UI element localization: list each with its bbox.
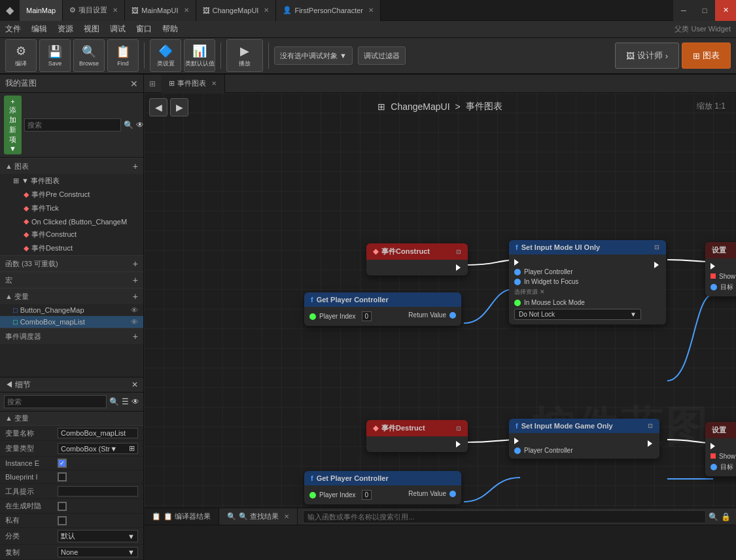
node-options-icon[interactable]: ⊡ bbox=[648, 423, 653, 429]
tab-changemapui[interactable]: 🖼 ChangeMapUI ✕ bbox=[196, 0, 277, 21]
var-combobox-maplist[interactable]: □ ComboBox_mapList 👁 bbox=[0, 316, 143, 328]
player-controller-pin[interactable]: Player Controller bbox=[509, 267, 646, 277]
compiler-results-tab[interactable]: 📋 📋 编译器结果 bbox=[144, 508, 219, 525]
add-event-icon[interactable]: + bbox=[133, 331, 138, 341]
var-button-changemap[interactable]: □ Button_ChangeMap 👁 bbox=[0, 304, 143, 316]
minimize-button[interactable]: ─ bbox=[673, 0, 694, 21]
event-graph-item[interactable]: ⊞ ▼ 事件图表 bbox=[0, 174, 143, 188]
add-graph-icon[interactable]: + bbox=[133, 161, 138, 171]
event-destruct-node[interactable]: ◆ 事件Destruct ⊡ bbox=[366, 420, 468, 452]
target-pin[interactable]: 目标 bbox=[705, 461, 736, 473]
tab-firstperson[interactable]: 👤 FirstPersonCharacter ✕ bbox=[276, 0, 381, 21]
close-icon[interactable]: ✕ bbox=[113, 7, 118, 14]
close-button[interactable]: ✕ bbox=[715, 0, 736, 21]
instance-e-checkbox[interactable] bbox=[58, 459, 67, 468]
debug-dropdown[interactable]: 没有选中调试对象 ▼ bbox=[274, 46, 353, 65]
close-details-icon[interactable]: ✕ bbox=[131, 380, 138, 389]
find-button[interactable]: 📋 Find bbox=[107, 39, 139, 72]
graph-button[interactable]: ⊞ 图表 bbox=[682, 43, 731, 69]
menu-window[interactable]: 窗口 bbox=[136, 24, 152, 35]
tab-project-settings[interactable]: ⚙ 项目设置 ✕ bbox=[63, 0, 125, 21]
close-icon[interactable]: ✕ bbox=[264, 7, 269, 14]
exec-out-pin[interactable] bbox=[646, 260, 666, 270]
output-search-icon[interactable]: 🔍 bbox=[709, 512, 718, 521]
exec-in-pin[interactable] bbox=[509, 258, 646, 267]
set-input-ui-node[interactable]: f Set Input Mode UI Only ⊡ Player Contro… bbox=[509, 240, 666, 324]
class-settings-button[interactable]: 🔷 类设置 bbox=[150, 39, 181, 72]
tree-item-destruct[interactable]: ◆ 事件Destruct bbox=[0, 241, 143, 255]
do-not-lock-dropdown[interactable]: Do Not Lock ▼ bbox=[514, 309, 641, 320]
tab-mainmapui[interactable]: 🖼 MainMapUI ✕ bbox=[125, 0, 196, 21]
save-button[interactable]: 💾 Save bbox=[39, 39, 71, 72]
output-search-input[interactable] bbox=[303, 510, 706, 523]
variable-type-dropdown[interactable]: ComboBox (Str▼ ⊞ bbox=[58, 443, 138, 454]
browse-button[interactable]: 🔍 Browse bbox=[73, 39, 105, 72]
find-results-tab[interactable]: 🔍 🔍 查找结果 ✕ bbox=[219, 508, 298, 525]
tab-event-graph[interactable]: ⊞ 事件图表 ✕ bbox=[161, 75, 225, 93]
add-function-icon[interactable]: + bbox=[133, 258, 138, 269]
get-player-controller-2-node[interactable]: f Get Player Controller Player Index 0 bbox=[304, 471, 461, 504]
add-new-button[interactable]: + 添加新项 ▼ bbox=[4, 96, 22, 154]
add-macro-icon[interactable]: + bbox=[133, 275, 138, 285]
category-dropdown[interactable]: 默认 ▼ bbox=[58, 530, 138, 542]
compile-button[interactable]: ⚙ 编译 bbox=[5, 39, 37, 72]
player-index-pin[interactable]: Player Index 0 bbox=[304, 489, 383, 501]
node-options-icon[interactable]: ⊡ bbox=[456, 249, 461, 255]
class-defaults-button[interactable]: 📊 类默认认值 bbox=[184, 39, 215, 72]
event-scheduler-header[interactable]: 事件调度器 + bbox=[0, 328, 143, 344]
maximize-button[interactable]: □ bbox=[694, 0, 715, 21]
close-tab-icon[interactable]: ✕ bbox=[284, 513, 289, 520]
blueprint-i-checkbox[interactable] bbox=[58, 472, 67, 481]
private-checkbox[interactable] bbox=[58, 516, 67, 525]
breadcrumb-app[interactable]: ChangeMapUI bbox=[391, 101, 449, 112]
index-value[interactable]: 0 bbox=[362, 311, 372, 321]
menu-file[interactable]: 文件 bbox=[5, 24, 21, 35]
tab-mainmap[interactable]: MainMap bbox=[20, 0, 63, 21]
menu-help[interactable]: 帮助 bbox=[162, 24, 178, 35]
widget-focus-pin[interactable]: In Widget to Focus bbox=[509, 277, 646, 287]
graph-forward-button[interactable]: ▶ bbox=[170, 98, 188, 116]
index-value[interactable]: 0 bbox=[362, 490, 372, 500]
target-pin[interactable]: 目标 bbox=[705, 281, 736, 293]
tree-item-onclick[interactable]: ◆ On Clicked (Button_ChangeM bbox=[0, 215, 143, 228]
close-tab-icon[interactable]: ✕ bbox=[211, 80, 217, 87]
play-button[interactable]: ▶ 播放 bbox=[226, 39, 263, 72]
return-value-pin[interactable]: Return Value bbox=[383, 310, 461, 320]
menu-view[interactable]: 视图 bbox=[84, 24, 99, 35]
set-settings-2-node[interactable]: 设置 Show Mouse Cursor bbox=[705, 422, 736, 476]
close-icon[interactable]: ✕ bbox=[184, 7, 189, 14]
tree-item-tick[interactable]: ◆ 事件Tick bbox=[0, 201, 143, 215]
node-options-icon[interactable]: ⊡ bbox=[456, 425, 461, 432]
exec-out-pin[interactable] bbox=[640, 439, 659, 448]
show-mouse-cursor-pin[interactable]: Show Mouse Cursor bbox=[705, 271, 736, 281]
add-variable-icon[interactable]: + bbox=[133, 291, 138, 302]
exec-out-pin[interactable] bbox=[366, 440, 468, 449]
exec-out-pin[interactable] bbox=[366, 263, 468, 272]
player-controller-pin[interactable]: Player Controller bbox=[509, 446, 640, 455]
node-options-icon[interactable]: ⊡ bbox=[654, 244, 659, 251]
variable-name-input[interactable] bbox=[58, 428, 138, 438]
menu-resources[interactable]: 资源 bbox=[58, 24, 73, 35]
exec-in-pin[interactable] bbox=[705, 262, 736, 271]
player-index-pin[interactable]: Player Index 0 bbox=[304, 310, 383, 323]
set-input-game-node[interactable]: f Set Input Mode Game Only ⊡ Player Cont… bbox=[509, 419, 659, 459]
show-mouse-cursor-pin[interactable]: Show Mouse Cursor bbox=[705, 451, 736, 461]
get-player-controller-1-node[interactable]: f Get Player Controller Player Index 0 bbox=[304, 292, 461, 326]
menu-edit[interactable]: 编辑 bbox=[31, 24, 47, 35]
details-search-input[interactable] bbox=[4, 395, 107, 408]
variables-section-header[interactable]: ▲ 变量 + bbox=[0, 288, 143, 304]
graph-canvas[interactable]: ◀ ▶ ⊞ ChangeMapUI > 事件图表 缩放 1:1 控件蓝图 bbox=[144, 93, 736, 508]
blueprint-search-input[interactable] bbox=[24, 118, 121, 131]
debug-filter-button[interactable]: 调试过滤器 bbox=[358, 46, 406, 65]
functions-section-header[interactable]: 函数 (33 可重载) + bbox=[0, 255, 143, 271]
tree-item-construct[interactable]: ◆ 事件Construct bbox=[0, 228, 143, 241]
close-icon[interactable]: ✕ bbox=[368, 7, 374, 14]
return-value-pin[interactable]: Return Value bbox=[383, 489, 461, 499]
tree-item-pre-construct[interactable]: ◆ 事件Pre Construct bbox=[0, 188, 143, 201]
mouse-lock-pin[interactable]: In Mouse Lock Mode bbox=[509, 298, 646, 307]
graph-section-header[interactable]: ▲ 图表 + bbox=[0, 158, 143, 174]
exec-in-pin[interactable] bbox=[509, 436, 640, 446]
graph-back-icon[interactable]: ⊞ bbox=[149, 79, 156, 88]
set-settings-1-node[interactable]: 设置 Show Mouse Cursor bbox=[705, 242, 736, 296]
menu-debug[interactable]: 调试 bbox=[110, 24, 126, 35]
